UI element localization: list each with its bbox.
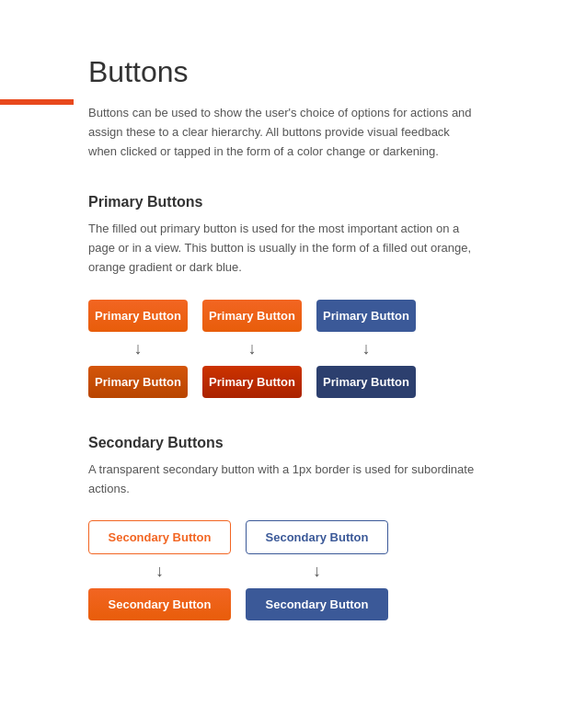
primary-button-blue-dark[interactable]: Primary Button <box>316 366 416 398</box>
secondary-arrow-down-1: ↓ <box>88 562 231 581</box>
primary-button-row-1: Primary Button Primary Button Primary Bu… <box>88 300 475 332</box>
secondary-buttons-section: Secondary Buttons A transparent secondar… <box>88 435 475 621</box>
arrow-down-2: ↓ <box>202 339 302 358</box>
secondary-button-row-1: Secondary Button Secondary Button <box>88 520 475 554</box>
secondary-button-row-2: Secondary Button Secondary Button <box>88 588 475 620</box>
header-accent <box>0 99 74 105</box>
primary-button-red[interactable]: Primary Button <box>202 366 302 398</box>
page-title: Buttons <box>88 55 475 89</box>
secondary-section-description: A transparent secondary button with a 1p… <box>88 461 475 499</box>
arrow-down-3: ↓ <box>316 339 416 358</box>
primary-button-orange-2[interactable]: Primary Button <box>202 300 302 332</box>
primary-section-title: Primary Buttons <box>88 194 475 210</box>
primary-button-row-2: Primary Button Primary Button Primary Bu… <box>88 366 475 398</box>
secondary-arrow-row: ↓ ↓ <box>88 562 475 581</box>
primary-arrow-row: ↓ ↓ ↓ <box>88 339 475 358</box>
primary-button-blue-1[interactable]: Primary Button <box>316 300 416 332</box>
primary-button-orange-dark[interactable]: Primary Button <box>88 366 188 398</box>
arrow-down-1: ↓ <box>88 339 188 358</box>
secondary-section-title: Secondary Buttons <box>88 435 475 451</box>
primary-buttons-section: Primary Buttons The filled out primary b… <box>88 194 475 397</box>
secondary-button-outline-orange[interactable]: Secondary Button <box>88 520 231 554</box>
page-description: Buttons can be used to show the user's c… <box>88 104 475 161</box>
secondary-arrow-down-2: ↓ <box>246 562 388 581</box>
primary-button-orange-1[interactable]: Primary Button <box>88 300 188 332</box>
secondary-button-filled-blue[interactable]: Secondary Button <box>246 588 388 620</box>
primary-section-description: The filled out primary button is used fo… <box>88 220 475 277</box>
secondary-button-filled-orange[interactable]: Secondary Button <box>88 588 231 620</box>
secondary-button-outline-blue[interactable]: Secondary Button <box>246 520 388 554</box>
